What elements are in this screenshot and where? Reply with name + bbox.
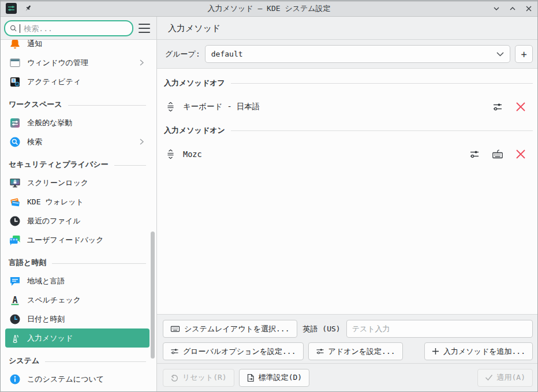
sidebar-item-label: 入力メソッド bbox=[27, 333, 73, 344]
region-language-icon bbox=[9, 275, 21, 288]
sidebar: 通知 ウィンドウの管理 bbox=[1, 40, 156, 391]
configure-icon bbox=[469, 148, 480, 160]
svg-text:S: S bbox=[16, 82, 18, 85]
text-caret bbox=[20, 24, 20, 33]
toolbar: 入力メソッド bbox=[1, 17, 537, 40]
sidebar-item-date-time[interactable]: 日付と時刻 bbox=[5, 309, 150, 328]
configure-button[interactable] bbox=[468, 148, 481, 160]
sidebar-item-label: KDE ウォレット bbox=[27, 197, 84, 207]
activities-icon: B S bbox=[9, 76, 21, 88]
footer: リセット(R) 標準設定(D) 適用(A) bbox=[157, 363, 537, 391]
sidebar-item-general-behavior[interactable]: 全般的な挙動 bbox=[5, 113, 150, 132]
about-system-icon bbox=[9, 373, 21, 386]
sidebar-item-kde-wallet[interactable]: KDE ウォレット bbox=[5, 192, 150, 211]
svg-text:B: B bbox=[12, 78, 14, 83]
configure-addons-button[interactable]: アドオンを設定... bbox=[308, 342, 403, 360]
configure-icon bbox=[316, 347, 324, 356]
sidebar-item-label: アクティビティ bbox=[27, 77, 81, 87]
section-input-method-off: 入力メソッドオフ bbox=[164, 74, 533, 92]
close-button[interactable] bbox=[524, 3, 534, 14]
drag-handle-icon[interactable] bbox=[166, 102, 175, 112]
sidebar-item-activities[interactable]: B S アクティビティ bbox=[5, 72, 150, 91]
maximize-button[interactable] bbox=[507, 3, 518, 14]
sidebar-item-label: スクリーンロック bbox=[27, 178, 88, 188]
sidebar-item-window-management[interactable]: ウィンドウの管理 bbox=[5, 53, 150, 72]
check-icon bbox=[485, 374, 493, 381]
sidebar-item-label: 検索 bbox=[27, 137, 42, 147]
sidebar-item-label: このシステムについて bbox=[27, 374, 104, 384]
document-revert-icon bbox=[246, 374, 255, 382]
sidebar-scrollbar[interactable] bbox=[151, 232, 155, 359]
kde-system-settings-window: 入力メソッド – KDE システム設定 入力メソッド bbox=[0, 0, 538, 392]
menu-icon[interactable] bbox=[139, 24, 150, 33]
sidebar-item-label: 通知 bbox=[27, 40, 42, 49]
remove-icon bbox=[515, 101, 526, 113]
sidebar-item-label: 最近のファイル bbox=[27, 216, 81, 226]
input-method-row-keyboard-japanese: キーボード - 日本語 bbox=[164, 92, 533, 122]
sidebar-item-spellcheck[interactable]: A スペルチェック bbox=[5, 290, 150, 309]
keyboard-icon bbox=[170, 324, 180, 333]
wallet-icon bbox=[9, 196, 21, 208]
date-time-icon bbox=[9, 313, 21, 326]
titlebar[interactable]: 入力メソッド – KDE システム設定 bbox=[1, 1, 537, 17]
sidebar-divider bbox=[156, 17, 157, 391]
sidebar-item-label: 全般的な挙動 bbox=[27, 118, 72, 128]
defaults-button[interactable]: 標準設定(D) bbox=[239, 369, 309, 387]
window-title: 入力メソッド – KDE システム設定 bbox=[1, 3, 537, 14]
notifications-icon bbox=[9, 40, 21, 50]
select-system-layout-button[interactable]: システムレイアウトを選択... bbox=[163, 320, 297, 338]
input-method-name: Mozc bbox=[183, 150, 202, 159]
apply-button[interactable]: 適用(A) bbox=[477, 369, 533, 387]
input-method-icon bbox=[9, 332, 21, 345]
search-globe-icon bbox=[9, 136, 21, 148]
input-method-name: キーボード - 日本語 bbox=[183, 102, 260, 112]
plus-icon bbox=[432, 348, 439, 355]
input-method-list: 入力メソッドオフ キーボード - 日本語 bbox=[157, 69, 537, 314]
configure-global-options-button[interactable]: グローバルオプションを設定... bbox=[163, 342, 304, 360]
configure-button[interactable] bbox=[491, 100, 504, 113]
svg-text:***: *** bbox=[10, 238, 18, 243]
search-field[interactable] bbox=[4, 20, 133, 36]
page-title: 入力メソッド bbox=[168, 17, 221, 40]
section-input-method-on: 入力メソッドオン bbox=[164, 122, 533, 139]
keyboard-icon bbox=[491, 148, 504, 160]
chevron-right-icon bbox=[139, 138, 145, 145]
reset-button[interactable]: リセット(R) bbox=[163, 369, 234, 387]
group-combobox[interactable]: default bbox=[205, 45, 510, 63]
main-content: グループ: default + 入力メソッドオフ bbox=[157, 40, 537, 391]
add-input-method-button[interactable]: 入力メソッドを追加... bbox=[424, 342, 533, 360]
sidebar-item-screen-lock[interactable]: スクリーンロック bbox=[5, 173, 150, 192]
configure-icon bbox=[170, 347, 179, 356]
group-row: グループ: default + bbox=[157, 40, 537, 69]
sidebar-section-workspace: ワークスペース bbox=[1, 91, 156, 113]
sidebar-item-label: ユーザフィードバック bbox=[27, 235, 103, 245]
sidebar-item-search[interactable]: 検索 bbox=[5, 132, 150, 151]
sidebar-item-input-method[interactable]: 入力メソッド bbox=[5, 328, 150, 348]
sidebar-item-about-system[interactable]: このシステムについて bbox=[5, 369, 150, 389]
bottom-panel: システムレイアウトを選択... 英語 (US) グローバルオプションを設定... bbox=[157, 314, 537, 364]
minimize-button[interactable] bbox=[491, 3, 502, 14]
sidebar-item-region-language[interactable]: 地域と言語 bbox=[5, 271, 150, 290]
search-input[interactable] bbox=[24, 24, 128, 33]
sidebar-item-label: ウィンドウの管理 bbox=[27, 58, 88, 68]
undo-icon bbox=[170, 374, 178, 382]
svg-text:A: A bbox=[12, 294, 17, 305]
group-label: グループ: bbox=[165, 49, 200, 59]
keyboard-layout-button[interactable] bbox=[491, 148, 504, 160]
sidebar-item-notifications[interactable]: 通知 bbox=[5, 40, 150, 53]
sidebar-item-label: 地域と言語 bbox=[27, 276, 65, 286]
remove-button[interactable] bbox=[514, 100, 527, 113]
configure-icon bbox=[492, 101, 503, 113]
sidebar-item-user-feedback[interactable]: *** ユーザフィードバック bbox=[5, 230, 150, 249]
drag-handle-icon[interactable] bbox=[166, 149, 175, 159]
add-group-button[interactable]: + bbox=[515, 45, 533, 63]
window-management-icon bbox=[9, 57, 21, 69]
sidebar-item-recent-files[interactable]: 最近のファイル bbox=[5, 211, 150, 230]
recent-files-icon bbox=[9, 215, 21, 227]
chevron-right-icon bbox=[139, 59, 145, 66]
sidebar-item-label: 日付と時刻 bbox=[27, 314, 65, 324]
remove-button[interactable] bbox=[514, 148, 527, 160]
test-input-field[interactable] bbox=[346, 320, 533, 338]
remove-icon bbox=[515, 148, 526, 160]
spellcheck-icon: A bbox=[9, 294, 21, 307]
